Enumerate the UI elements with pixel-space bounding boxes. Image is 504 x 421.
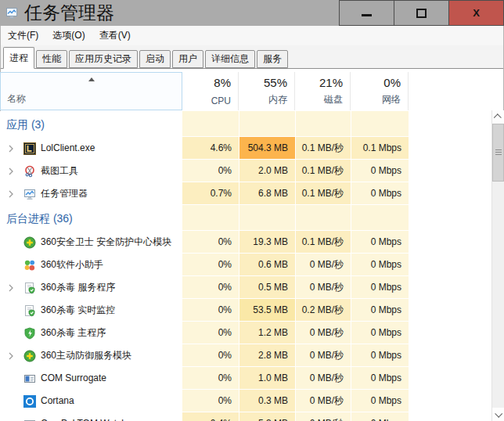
process-name-cell: Cortana bbox=[0, 390, 182, 412]
row-filler bbox=[409, 137, 491, 160]
process-row[interactable]: 任务管理器0.7%6.8 MB0.1 MB/秒0 Mbps bbox=[0, 182, 491, 205]
close-button[interactable]: X bbox=[448, 0, 504, 26]
process-row[interactable]: CorePal TOM Watch0.4%5.3 MB0 MB/秒0 Mbps bbox=[0, 412, 491, 421]
row-filler bbox=[409, 254, 491, 276]
disk-value: 0.1 MB/秒 bbox=[295, 137, 351, 160]
process-name: 360杀毒 主程序 bbox=[41, 322, 106, 344]
row-filler bbox=[409, 205, 491, 231]
minimize-button[interactable] bbox=[339, 0, 394, 26]
expand-chevron-icon[interactable] bbox=[5, 188, 17, 200]
title-bar[interactable]: 任务管理器 X bbox=[0, 0, 504, 26]
process-name: 360杀毒 实时监控 bbox=[41, 299, 115, 322]
process-row[interactable]: 360主动防御服务模块0%2.8 MB0 MB/秒0 Mbps bbox=[0, 344, 491, 367]
process-row[interactable]: 360软件小助手0%0.6 MB0 MB/秒0 Mbps bbox=[0, 254, 491, 276]
process-row[interactable]: 360安全卫士 安全防护中心模块0%19.3 MB0.1 MB/秒0 Mbps bbox=[0, 231, 491, 254]
column-header-name[interactable]: 名称 bbox=[0, 72, 182, 110]
process-row[interactable]: LolClient.exe4.6%504.3 MB0.1 MB/秒0.1 Mbp… bbox=[0, 137, 491, 160]
vertical-scrollbar[interactable] bbox=[491, 110, 504, 421]
header-filler bbox=[409, 72, 491, 110]
scroll-down-button[interactable] bbox=[492, 408, 504, 421]
cpu-value: 0% bbox=[182, 276, 239, 299]
tab-users[interactable]: 用户 bbox=[172, 50, 203, 68]
empty-mem-cell bbox=[239, 111, 295, 137]
process-row[interactable]: COM Surrogate0%1.0 MB0 MB/秒0 Mbps bbox=[0, 367, 491, 390]
column-header-network[interactable]: 0% 网络 bbox=[351, 72, 409, 110]
network-value: 0 Mbps bbox=[351, 344, 409, 367]
cpu-value: 0% bbox=[182, 160, 239, 182]
cpu-value: 4.6% bbox=[182, 137, 239, 160]
maximize-icon bbox=[416, 9, 427, 18]
memory-value: 0.3 MB bbox=[239, 390, 295, 412]
tab-processes[interactable]: 进程 bbox=[3, 47, 34, 69]
network-value: 0 Mbps bbox=[351, 182, 409, 205]
com-surrogate-icon bbox=[23, 372, 36, 385]
disk-value: 0 MB/秒 bbox=[295, 322, 351, 344]
column-header-disk[interactable]: 21% 磁盘 bbox=[295, 72, 351, 110]
chevron-down-icon bbox=[495, 410, 502, 418]
process-name-cell: 360安全卫士 安全防护中心模块 bbox=[0, 231, 182, 254]
process-name-cell: 任务管理器 bbox=[0, 182, 182, 205]
expand-chevron-icon[interactable] bbox=[5, 350, 17, 362]
row-filler bbox=[409, 344, 491, 367]
process-name-cell: 360杀毒 主程序 bbox=[0, 322, 182, 344]
process-name: LolClient.exe bbox=[41, 137, 95, 160]
tab-app-history[interactable]: 应用历史记录 bbox=[69, 50, 138, 68]
process-row[interactable]: 360杀毒 主程序0%1.2 MB0 MB/秒0 Mbps bbox=[0, 322, 491, 344]
process-name-cell: 360主动防御服务模块 bbox=[0, 344, 182, 367]
section-row[interactable]: 应用 (3) bbox=[0, 111, 491, 137]
tab-details[interactable]: 详细信息 bbox=[205, 50, 255, 68]
tab-services[interactable]: 服务 bbox=[257, 50, 288, 68]
process-row[interactable]: 截图工具0%2.0 MB0.1 MB/秒0 Mbps bbox=[0, 160, 491, 182]
cortana-icon bbox=[23, 395, 36, 408]
cpu-value: 0.7% bbox=[182, 182, 239, 205]
chevron-up-icon bbox=[494, 113, 502, 121]
menu-view[interactable]: 查看(V) bbox=[92, 26, 138, 45]
row-filler bbox=[409, 367, 491, 390]
section-row[interactable]: 后台进程 (36) bbox=[0, 205, 491, 231]
menu-options[interactable]: 选项(O) bbox=[45, 26, 92, 45]
maximize-button[interactable] bbox=[394, 0, 449, 26]
disk-value: 0 MB/秒 bbox=[295, 276, 351, 299]
name-column-label: 名称 bbox=[7, 92, 26, 106]
disk-total-usage: 21% bbox=[319, 76, 343, 89]
empty-cpu-cell bbox=[182, 111, 239, 137]
expand-chevron-icon[interactable] bbox=[5, 165, 17, 178]
scroll-up-button[interactable] bbox=[492, 110, 504, 124]
expand-chevron-icon[interactable] bbox=[5, 142, 17, 155]
process-row[interactable]: 360杀毒 服务程序0%0.5 MB0 MB/秒0 Mbps bbox=[0, 276, 491, 299]
row-filler bbox=[409, 299, 491, 322]
disk-value: 0 MB/秒 bbox=[295, 344, 351, 367]
process-name-cell: 360软件小助手 bbox=[0, 254, 182, 276]
memory-value: 53.5 MB bbox=[239, 299, 295, 322]
column-header-cpu[interactable]: 8% CPU bbox=[182, 72, 239, 110]
memory-total-usage: 55% bbox=[264, 76, 287, 89]
process-name: 360安全卫士 安全防护中心模块 bbox=[41, 231, 171, 254]
process-row[interactable]: 360杀毒 实时监控0%53.5 MB0.2 MB/秒0 Mbps bbox=[0, 299, 491, 322]
network-value: 0 Mbps bbox=[351, 160, 409, 182]
disk-column-label: 磁盘 bbox=[324, 93, 343, 106]
disk-value: 0.1 MB/秒 bbox=[295, 231, 351, 254]
scrollbar-thumb[interactable] bbox=[492, 124, 504, 182]
network-total-usage: 0% bbox=[383, 76, 401, 89]
disk-value: 0 MB/秒 bbox=[295, 412, 351, 421]
tab-startup[interactable]: 启动 bbox=[139, 50, 171, 68]
network-value: 0 Mbps bbox=[351, 412, 409, 421]
snipping-tool-icon bbox=[23, 165, 36, 178]
sort-ascending-icon bbox=[88, 77, 95, 81]
tab-bar: 进程 性能 应用历史记录 启动 用户 详细信息 服务 bbox=[1, 45, 503, 69]
network-value: 0 Mbps bbox=[351, 299, 409, 322]
process-name: Cortana bbox=[41, 390, 74, 412]
row-filler bbox=[409, 322, 491, 344]
tab-performance[interactable]: 性能 bbox=[36, 50, 67, 68]
process-name: 360主动防御服务模块 bbox=[41, 344, 131, 367]
process-row[interactable]: Cortana0%0.3 MB0 MB/秒0 Mbps bbox=[0, 390, 491, 412]
process-name-cell: COM Surrogate bbox=[0, 367, 182, 390]
disk-value: 0 MB/秒 bbox=[295, 390, 351, 412]
disk-value: 0.1 MB/秒 bbox=[295, 160, 351, 182]
expand-chevron-icon[interactable] bbox=[5, 282, 17, 294]
menu-file[interactable]: 文件(F) bbox=[1, 26, 45, 45]
360-antivirus-shield-icon bbox=[23, 327, 36, 340]
network-value: 0 Mbps bbox=[351, 276, 409, 299]
column-header-memory[interactable]: 55% 内存 bbox=[239, 72, 295, 110]
table-header: 名称 8% CPU 55% 内存 21% 磁盘 0% 网络 bbox=[0, 72, 491, 110]
